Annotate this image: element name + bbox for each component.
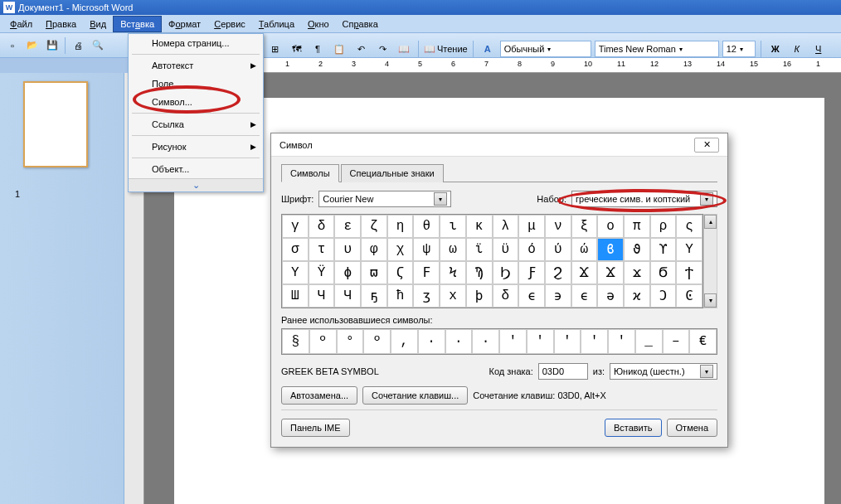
symbol-cell[interactable]: ϒ — [650, 238, 677, 261]
symbol-cell[interactable]: Υ — [676, 238, 702, 261]
symbol-cell[interactable]: ζ — [361, 215, 387, 238]
menu-справка[interactable]: Справка — [336, 17, 385, 32]
symbol-cell[interactable]: ϐ — [597, 238, 624, 261]
symbol-cell[interactable]: Ч — [309, 284, 335, 308]
symbol-cell[interactable]: Ϩ — [545, 261, 571, 284]
symbol-cell[interactable]: ο — [597, 215, 624, 238]
charset-combo[interactable]: греческие симв. и коптский▾ — [571, 191, 717, 207]
cancel-button[interactable]: Отмена — [667, 419, 717, 437]
symbol-cell[interactable]: ϖ — [361, 261, 387, 284]
preview-icon[interactable]: 🔍 — [89, 36, 107, 55]
symbol-cell[interactable]: ϑ — [624, 238, 650, 261]
recent-symbol-cell[interactable]: º — [309, 329, 337, 354]
menu-item-0[interactable]: Номера страниц... — [129, 34, 263, 52]
symbol-cell[interactable]: π — [624, 215, 650, 238]
symbol-cell[interactable]: ə — [597, 284, 624, 308]
tab-symbols[interactable]: Символы — [281, 164, 339, 182]
style-combo[interactable]: Обычный▾ — [500, 41, 591, 57]
symbol-cell[interactable]: Ϟ — [440, 261, 466, 284]
symbol-cell[interactable]: ϵ — [571, 284, 598, 308]
toolbar-btn[interactable]: ¶ — [309, 40, 327, 58]
symbol-cell[interactable]: ϶ — [545, 284, 571, 308]
expand-chevron-icon[interactable]: ⌄ — [129, 178, 263, 191]
symbol-cell[interactable]: ς — [676, 215, 702, 238]
symbol-cell[interactable]: μ — [518, 215, 545, 238]
recent-symbol-cell[interactable]: ′ — [554, 329, 581, 354]
shortcut-button[interactable]: Сочетание клавиш... — [362, 386, 468, 405]
size-combo[interactable]: 12▾ — [722, 41, 756, 57]
symbol-cell[interactable]: Ϝ — [413, 261, 440, 284]
symbol-cell[interactable]: Ͻ — [650, 284, 677, 308]
symbol-cell[interactable]: Ϡ — [466, 261, 493, 284]
symbol-cell[interactable]: ϊ — [466, 238, 493, 261]
menu-item-3[interactable]: Символ... — [129, 93, 263, 111]
insert-button[interactable]: Вставить — [605, 419, 662, 437]
recent-symbol-cell[interactable]: ' — [527, 329, 554, 354]
recent-symbol-cell[interactable]: ′ — [581, 329, 608, 354]
recent-symbol-cell[interactable]: · — [418, 329, 445, 354]
symbol-cell[interactable]: х — [440, 284, 466, 308]
symbol-cell[interactable]: λ — [493, 215, 519, 238]
autocorrect-button[interactable]: Автозамена... — [281, 386, 357, 405]
code-input[interactable] — [538, 363, 588, 380]
italic-btn[interactable]: К — [788, 40, 806, 58]
symbol-cell[interactable]: Ч — [334, 284, 361, 308]
menu-формат[interactable]: Формат — [162, 17, 207, 32]
symbol-cell[interactable]: δ — [493, 284, 519, 308]
recent-symbol-cell[interactable]: € — [689, 329, 717, 354]
symbol-cell[interactable]: ϵ — [518, 284, 545, 308]
menu-item-4[interactable]: Ссылка▶ — [129, 115, 263, 133]
encoding-combo[interactable]: Юникод (шестн.)▾ — [610, 363, 717, 380]
recent-symbol-cell[interactable]: § — [282, 329, 309, 354]
menu-item-1[interactable]: Автотекст▶ — [129, 56, 263, 75]
recent-symbol-cell[interactable]: _ — [635, 329, 663, 354]
symbol-cell[interactable]: ϕ — [334, 261, 361, 284]
grid-scrollbar[interactable]: ▴ ▾ — [703, 214, 717, 308]
symbol-cell[interactable]: ʒ — [413, 284, 440, 308]
symbol-cell[interactable]: ρ — [650, 215, 677, 238]
recent-symbol-cell[interactable]: ' — [608, 329, 635, 354]
scroll-up-btn[interactable]: ▴ — [704, 215, 717, 229]
font-combo[interactable]: Courier New▾ — [318, 191, 451, 207]
symbol-cell[interactable]: τ — [309, 238, 335, 261]
symbol-cell[interactable]: Ϭ — [650, 261, 677, 284]
toolbar-btn[interactable]: ↶ — [352, 40, 370, 58]
open-icon[interactable]: 📂 — [23, 36, 41, 55]
toolbar-btn[interactable]: ↷ — [373, 40, 391, 58]
menu-окно[interactable]: Окно — [301, 17, 336, 32]
menu-правка[interactable]: Правка — [39, 17, 83, 32]
close-button[interactable]: ✕ — [694, 138, 719, 153]
scroll-down-btn[interactable]: ▾ — [704, 293, 717, 308]
symbol-cell[interactable]: Ш — [282, 284, 309, 308]
symbol-cell[interactable]: ε — [334, 215, 361, 238]
menu-item-5[interactable]: Рисунок▶ — [129, 138, 263, 156]
symbol-cell[interactable]: ϫ — [624, 261, 650, 284]
symbol-cell[interactable]: Ϧ — [493, 261, 519, 284]
symbol-cell[interactable]: δ — [309, 215, 335, 238]
symbol-cell[interactable]: σ — [282, 238, 309, 261]
symbol-cell[interactable]: κ — [466, 215, 493, 238]
symbol-cell[interactable]: ϋ — [493, 238, 519, 261]
menu-файл[interactable]: Файл — [3, 17, 39, 32]
symbol-cell[interactable]: ω — [440, 238, 466, 261]
symbol-cell[interactable]: Υ — [282, 261, 309, 284]
underline-btn[interactable]: Ч — [809, 40, 828, 58]
symbol-cell[interactable]: Ϯ — [676, 261, 702, 284]
symbol-cell[interactable]: Ϋ — [309, 261, 335, 284]
menu-вид[interactable]: Вид — [83, 17, 113, 32]
recent-symbol-cell[interactable]: · — [472, 329, 499, 354]
toolbar-btn[interactable]: ⊞ — [265, 40, 284, 58]
recent-symbol-cell[interactable]: ′ — [499, 329, 527, 354]
recent-symbol-cell[interactable]: , — [391, 329, 418, 354]
symbol-cell[interactable]: ħ — [387, 284, 414, 308]
symbol-cell[interactable]: ҕ — [361, 284, 387, 308]
recent-symbol-cell[interactable]: ° — [337, 329, 364, 354]
symbol-cell[interactable]: ν — [545, 215, 571, 238]
symbol-cell[interactable]: ι — [440, 215, 466, 238]
symbol-cell[interactable]: χ — [387, 238, 414, 261]
menu-вставка[interactable]: Вставка — [113, 16, 162, 32]
page-thumbnail[interactable] — [23, 81, 88, 167]
bold-btn[interactable]: Ж — [766, 40, 785, 58]
symbol-cell[interactable]: ξ — [571, 215, 598, 238]
recent-symbol-cell[interactable]: º — [363, 329, 391, 354]
